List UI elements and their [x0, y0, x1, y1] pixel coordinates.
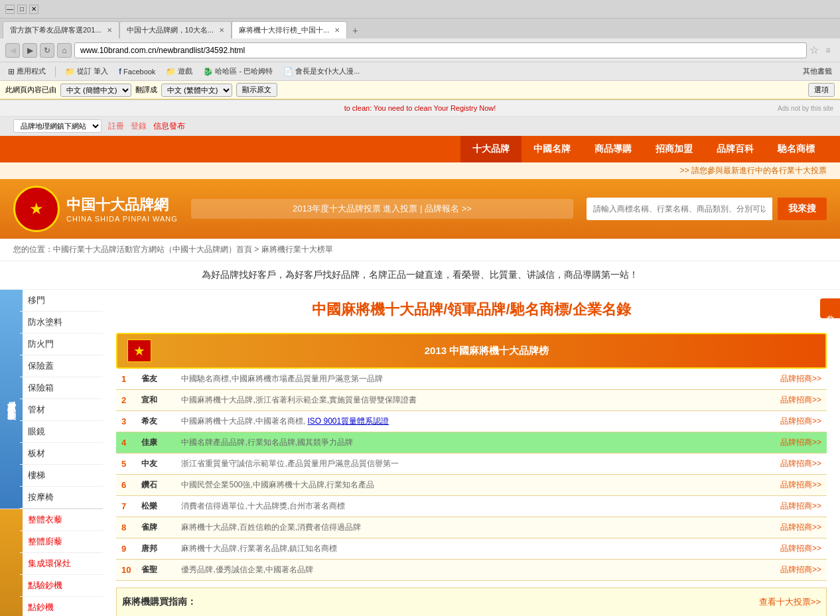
- bookmark-member[interactable]: 📄 會長是女仆大人漫...: [281, 66, 362, 77]
- forward-button[interactable]: ▶: [23, 43, 37, 58]
- translate-from-select[interactable]: 中文 (簡體中文): [60, 84, 131, 97]
- location-dropdown[interactable]: 品牌地理網鎮下網站: [13, 119, 102, 133]
- sidebar-section-elec-label: 家電／廚衛: [0, 509, 23, 616]
- rank-9-num: 9: [116, 538, 136, 560]
- bookmark-collect[interactable]: 📁 從訂 筆入: [62, 66, 111, 77]
- nav-china[interactable]: 中國名牌: [522, 136, 583, 162]
- rank-10-action[interactable]: 品牌招商>>: [774, 560, 827, 581]
- rank-8-action[interactable]: 品牌招商>>: [774, 517, 827, 538]
- bookmarks-right: 其他書籤: [800, 66, 835, 77]
- rank-10-name[interactable]: 雀聖: [136, 560, 176, 581]
- show-original-button[interactable]: 顯示原文: [236, 83, 277, 97]
- sidebar-item-eco-home[interactable]: 集成環保灶: [20, 553, 103, 575]
- register-link[interactable]: 註冊: [108, 121, 124, 132]
- rank-7-name[interactable]: 松樂: [136, 496, 176, 517]
- tab-1[interactable]: 雷方旗下希友品牌客選201... ✕: [3, 21, 119, 38]
- bookmark-apps[interactable]: ⊞ 應用程式: [5, 66, 48, 77]
- sidebar-item-insurance-cover[interactable]: 保險蓋: [20, 355, 103, 377]
- rank-9-name[interactable]: 唐邦: [136, 538, 176, 560]
- new-tab-button[interactable]: +: [347, 23, 363, 38]
- rank-3-num: 3: [116, 411, 136, 432]
- sidebar-item-safe[interactable]: 保險箱: [20, 377, 103, 399]
- tab-1-close[interactable]: ✕: [107, 27, 112, 34]
- tab-3[interactable]: 麻将機十大排行榜_中国十... ✕: [232, 21, 347, 38]
- tab-1-label: 雷方旗下希友品牌客選201...: [10, 25, 102, 35]
- tab-2[interactable]: 中国十大品牌網，10大名... ✕: [119, 21, 232, 38]
- table-row: 7 松樂 消費者信得過單位,十大品牌獎,台州市著名商標 品牌招商>>: [116, 496, 827, 517]
- menu-icon[interactable]: ≡: [821, 46, 835, 55]
- sidebar-item-sliding-door[interactable]: 移門: [20, 290, 103, 312]
- translate-arrow: 翻譯成: [135, 85, 157, 95]
- bookmarks-bar: ⊞ 應用程式 📁 從訂 筆入 f Facebook 📁 遊戲 🐉 哈哈區 - 巴…: [0, 62, 840, 81]
- rank-9-action[interactable]: 品牌招商>>: [774, 538, 827, 560]
- nav-baike[interactable]: 品牌百科: [705, 136, 766, 162]
- side-share-button[interactable]: 分享: [820, 298, 840, 318]
- home-button[interactable]: ⌂: [57, 43, 72, 58]
- sidebar-item-stairs[interactable]: 樓梯: [20, 465, 103, 487]
- sidebar-item-pipe[interactable]: 管材: [20, 399, 103, 421]
- sidebar-item-massage[interactable]: 按摩椅: [20, 487, 103, 509]
- refresh-button[interactable]: ↻: [40, 43, 54, 58]
- sidebar-item-wardrobe[interactable]: 整體衣藜: [20, 509, 103, 531]
- rank-1-name[interactable]: 雀友: [136, 369, 176, 390]
- rank-4-name[interactable]: 佳康: [136, 432, 176, 454]
- rank-10-num: 10: [116, 560, 136, 581]
- tab-3-close[interactable]: ✕: [334, 27, 340, 34]
- sidebar-item-cabinet[interactable]: 整體廚藜: [20, 531, 103, 553]
- logo-main-text: 中国十大品牌網: [66, 195, 178, 215]
- header-vote-text: 2013年度十大品牌投票 進入投票 | 品牌報名 >>: [191, 199, 573, 219]
- nav-famous[interactable]: 馳名商標: [766, 136, 827, 162]
- address-bar[interactable]: [74, 42, 807, 58]
- nav-top10[interactable]: 十大品牌: [460, 136, 522, 162]
- iso-link[interactable]: ISO 9001質量體系認證: [307, 416, 389, 426]
- rank-4-action[interactable]: 品牌招商>>: [774, 432, 827, 454]
- search-button[interactable]: 我來搜: [778, 198, 827, 220]
- purchase-guide-link[interactable]: 查看十大投票>>: [759, 596, 821, 608]
- games-icon: 📁: [166, 67, 176, 76]
- rank-1-action[interactable]: 品牌招商>>: [774, 369, 827, 390]
- sidebar-item-counter[interactable]: 點鈔機: [20, 597, 103, 616]
- rank-8-name[interactable]: 雀牌: [136, 517, 176, 538]
- table-row-highlighted: 4 佳康 中國名牌產品品牌,行業知名品牌,國其競爭力品牌 品牌招商>>: [116, 432, 827, 454]
- nav-join[interactable]: 招商加盟: [644, 136, 705, 162]
- sidebar-item-board[interactable]: 板材: [20, 443, 103, 465]
- bookmark-other-label: 其他書籤: [803, 66, 832, 76]
- sidebar-item-glasses[interactable]: 眼鏡: [20, 421, 103, 443]
- header-search: 我來搜: [587, 198, 827, 220]
- minimize-button[interactable]: —: [5, 5, 15, 14]
- back-button[interactable]: ◀: [5, 43, 20, 58]
- bookmark-other[interactable]: 其他書籤: [800, 66, 835, 77]
- rank-5-name[interactable]: 中友: [136, 454, 176, 475]
- main-layout: 家居建材／装飾五金 移門 防水塗料 防火門 保險蓋 保險箱 管材 眼鏡 板材 樓…: [0, 290, 840, 616]
- sidebar-item-waterproof[interactable]: 防水塗料: [20, 312, 103, 334]
- rank-3-action[interactable]: 品牌招商>>: [774, 411, 827, 432]
- maximize-button[interactable]: □: [17, 5, 27, 14]
- nav-guide[interactable]: 商品導購: [583, 136, 644, 162]
- rank-6-name[interactable]: 鑽石: [136, 475, 176, 496]
- rank-2-name[interactable]: 宣和: [136, 390, 176, 411]
- bookmark-baidu[interactable]: 🐉 哈哈區 - 巴哈姆特: [200, 66, 275, 77]
- collect-icon: 📁: [65, 67, 75, 76]
- bookmark-divider-1: [55, 66, 56, 77]
- login-link[interactable]: 登錄: [131, 121, 147, 132]
- bookmark-games[interactable]: 📁 遊戲: [163, 66, 195, 77]
- rank-3-name[interactable]: 希友: [136, 411, 176, 432]
- sidebar-item-bill-counter[interactable]: 點驗鈔機: [20, 575, 103, 597]
- close-button[interactable]: ✕: [29, 5, 38, 14]
- rank-2-action[interactable]: 品牌招商>>: [774, 390, 827, 411]
- rank-9-desc: 麻將機十大品牌,行業著名品牌,鎮江知名商標: [176, 538, 774, 560]
- site-header: >> 請您參與最新進行中的各行業十大投票 ★ 中国十大品牌網 CHINA SHI…: [0, 162, 840, 239]
- rank-6-action[interactable]: 品牌招商>>: [774, 475, 827, 496]
- post-link[interactable]: 信息發布: [153, 121, 185, 132]
- tab-2-close[interactable]: ✕: [219, 27, 224, 34]
- table-row: 6 鑽石 中國民營企業500強,中國麻將機十大品牌,行業知名產品 品牌招商>>: [116, 475, 827, 496]
- header-slogan: 2013年度十大品牌投票 進入投票 | 品牌報名 >>: [191, 199, 573, 219]
- translate-options-button[interactable]: 選項: [808, 83, 835, 97]
- rank-5-action[interactable]: 品牌招商>>: [774, 454, 827, 475]
- rank-7-action[interactable]: 品牌招商>>: [774, 496, 827, 517]
- bookmark-facebook[interactable]: f Facebook: [116, 66, 158, 77]
- translate-to-select[interactable]: 中文 (繁體中文): [161, 84, 232, 97]
- search-input[interactable]: [587, 198, 772, 220]
- sidebar-item-fire-door[interactable]: 防火門: [20, 334, 103, 355]
- bookmark-star[interactable]: ☆: [809, 44, 819, 56]
